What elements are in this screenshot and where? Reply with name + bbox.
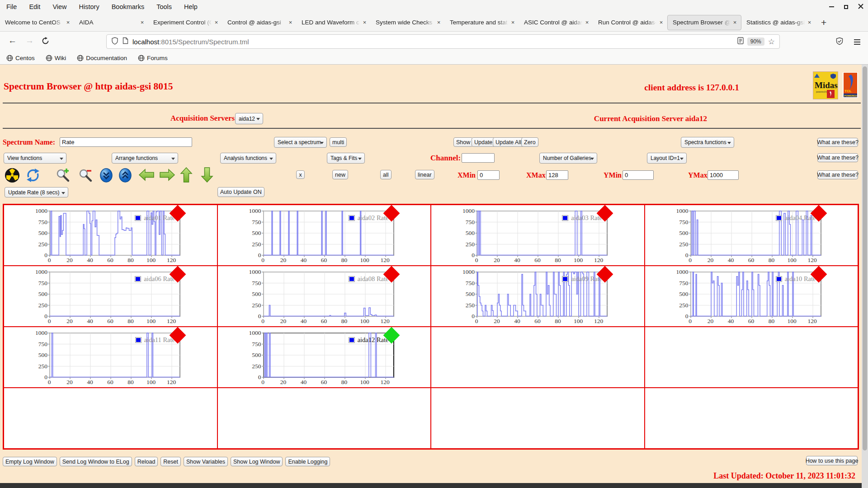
close-tab-icon[interactable]: ×: [435, 19, 442, 26]
xmax-input[interactable]: [546, 170, 568, 180]
reader-mode-icon[interactable]: [737, 37, 744, 46]
url-bar[interactable]: localhost:8015/Spectrum/Spectrum.tml 90%…: [106, 34, 780, 49]
radiation-icon[interactable]: [5, 168, 20, 183]
plot-area[interactable]: aida04 Rate: [690, 211, 821, 256]
zoom-level-badge[interactable]: 90%: [747, 38, 764, 46]
all-button[interactable]: all: [380, 170, 392, 179]
number-of-galleries-dropdown[interactable]: Number of Galleries: [539, 153, 597, 164]
url-text[interactable]: localhost:8015/Spectrum/Spectrum.tml: [132, 38, 249, 46]
view-functions-dropdown[interactable]: View functions: [4, 153, 66, 164]
spectrum-cell-aida11[interactable]: 02505007501000aida11 Rate020406080100120: [4, 327, 217, 388]
bookmark-documentation[interactable]: Documentation: [77, 55, 127, 61]
enable-logging-button[interactable]: Enable Logging: [285, 457, 330, 466]
forward-icon[interactable]: →: [25, 36, 34, 46]
x-button[interactable]: x: [296, 170, 305, 179]
arrow-left-icon[interactable]: [138, 169, 154, 184]
close-tab-icon[interactable]: ×: [139, 19, 146, 26]
show-button[interactable]: Show: [453, 137, 473, 147]
what-are-these-button-1[interactable]: What are these?: [817, 138, 858, 147]
show-log-window-button[interactable]: Show Log Window: [231, 457, 283, 466]
zoom-in-icon[interactable]: [55, 168, 71, 183]
tab-system-wide-checks[interactable]: System wide Checks×: [371, 14, 445, 32]
midas-logo[interactable]: Midas powered by: [813, 71, 838, 99]
update-rate-dropdown[interactable]: Update Rate (8 secs): [5, 187, 68, 197]
spectra-functions-dropdown[interactable]: Spectra functions: [681, 137, 734, 148]
hamburger-menu-icon[interactable]: [854, 38, 861, 47]
spectrum-cell-aida02[interactable]: 02505007501000aida02 Rate020406080100120: [217, 205, 431, 266]
refresh-icon[interactable]: [25, 168, 41, 183]
plot-area[interactable]: aida12 Rate: [263, 333, 394, 378]
what-are-these-button-3[interactable]: What are these?: [817, 170, 858, 179]
send-log-window-to-elog-button[interactable]: Send Log Window to ELog: [60, 457, 132, 466]
spectrum-cell-aida01[interactable]: 02505007501000aida01 Rate020406080100120: [4, 205, 217, 266]
how-to-button[interactable]: How to use this page: [806, 456, 858, 465]
close-tab-icon[interactable]: ×: [731, 19, 738, 26]
update-all-button[interactable]: Update All: [493, 137, 524, 147]
spectrum-cell-aida12[interactable]: 02505007501000aida12 Rate020406080100120: [217, 327, 431, 388]
plot-area[interactable]: aida01 Rate: [49, 211, 180, 256]
tab-experiment-control-c[interactable]: Experiment Control (C×: [148, 14, 222, 32]
tab-asic-control-aidas[interactable]: ASIC Control @ aidas×: [519, 14, 593, 32]
arrange-functions-dropdown[interactable]: Arrange functions: [112, 153, 178, 164]
close-tab-icon[interactable]: ×: [658, 19, 665, 26]
update-button[interactable]: Update: [472, 137, 495, 147]
plot-area[interactable]: aida06 Rate: [49, 272, 180, 317]
close-tab-icon[interactable]: ×: [213, 19, 220, 26]
close-tab-icon[interactable]: ×: [509, 19, 516, 26]
ymax-input[interactable]: [708, 170, 739, 180]
scrollbar-thumb[interactable]: [863, 66, 867, 450]
reload-icon[interactable]: [42, 37, 49, 47]
auto-update-button[interactable]: Auto Update ON: [217, 187, 264, 197]
ymin-input[interactable]: [623, 170, 654, 180]
close-tab-icon[interactable]: ×: [584, 19, 590, 26]
close-tab-icon[interactable]: ×: [65, 19, 71, 26]
close-tab-icon[interactable]: ×: [361, 19, 368, 26]
tags-fits-dropdown[interactable]: Tags & Fits: [327, 153, 365, 164]
analysis-functions-dropdown[interactable]: Analysis functions: [220, 153, 276, 164]
reset-button[interactable]: Reset: [160, 457, 181, 466]
spectrum-cell-aida06[interactable]: 02505007501000aida06 Rate020406080100120: [4, 266, 217, 327]
close-icon[interactable]: [858, 3, 863, 10]
layout-id-dropdown[interactable]: Layout ID=1: [647, 153, 687, 164]
bookmark-forums[interactable]: Forums: [138, 55, 168, 61]
close-tab-icon[interactable]: ×: [806, 19, 813, 26]
bookmark-wiki[interactable]: Wiki: [46, 55, 66, 61]
new-tab-button[interactable]: +: [821, 17, 826, 28]
plot-area[interactable]: aida10 Rate: [690, 272, 821, 317]
arrow-down-icon[interactable]: [201, 167, 216, 182]
channel-input[interactable]: [462, 153, 495, 163]
menu-view[interactable]: View: [52, 3, 66, 10]
plot-area[interactable]: aida02 Rate: [263, 211, 394, 256]
tab-led-and-waveform-c[interactable]: LED and Waveform c×: [297, 14, 371, 32]
close-tab-icon[interactable]: ×: [287, 19, 294, 26]
zoom-out-icon[interactable]: [78, 168, 93, 183]
menu-help[interactable]: Help: [184, 3, 198, 10]
shift-down-icon[interactable]: [99, 168, 114, 183]
plot-area[interactable]: aida11 Rate: [49, 333, 180, 378]
plot-area[interactable]: aida03 Rate: [476, 211, 608, 256]
restore-icon[interactable]: [844, 5, 848, 9]
back-icon[interactable]: ←: [8, 36, 17, 46]
reload-button[interactable]: Reload: [135, 457, 158, 466]
tab-run-control-aidas[interactable]: Run Control @ aidas-×: [593, 14, 667, 32]
menu-edit[interactable]: Edit: [29, 3, 40, 10]
tcl-powered-logo[interactable]: TCL POWERED: [843, 72, 858, 98]
scrollbar[interactable]: [862, 65, 868, 488]
tab-aida[interactable]: AIDA×: [74, 14, 148, 32]
menu-bookmarks[interactable]: Bookmarks: [112, 3, 145, 10]
xmin-input[interactable]: [477, 170, 500, 180]
new-button[interactable]: new: [332, 170, 348, 179]
bookmark-centos[interactable]: Centos: [6, 55, 35, 61]
tab-welcome-to-centos[interactable]: Welcome to CentOS×: [0, 14, 74, 32]
spectrum-cell-aida04[interactable]: 02505007501000aida04 Rate020406080100120: [645, 205, 859, 266]
plot-area[interactable]: aida09 Rate: [476, 272, 608, 317]
protection-shield-icon[interactable]: [835, 37, 844, 47]
spectrum-name-input[interactable]: [60, 137, 192, 147]
tab-temperature-and-stat[interactable]: Temperature and stat×: [445, 14, 519, 32]
arrow-up-icon[interactable]: [180, 167, 195, 182]
minimize-icon[interactable]: [829, 6, 834, 7]
bookmark-star-icon[interactable]: ☆: [768, 37, 775, 47]
select-spectrum-dropdown[interactable]: Select a spectrum: [274, 137, 327, 148]
tab-spectrum-browser[interactable]: Spectrum Browser @×: [667, 15, 741, 30]
arrow-right-icon[interactable]: [159, 169, 175, 184]
